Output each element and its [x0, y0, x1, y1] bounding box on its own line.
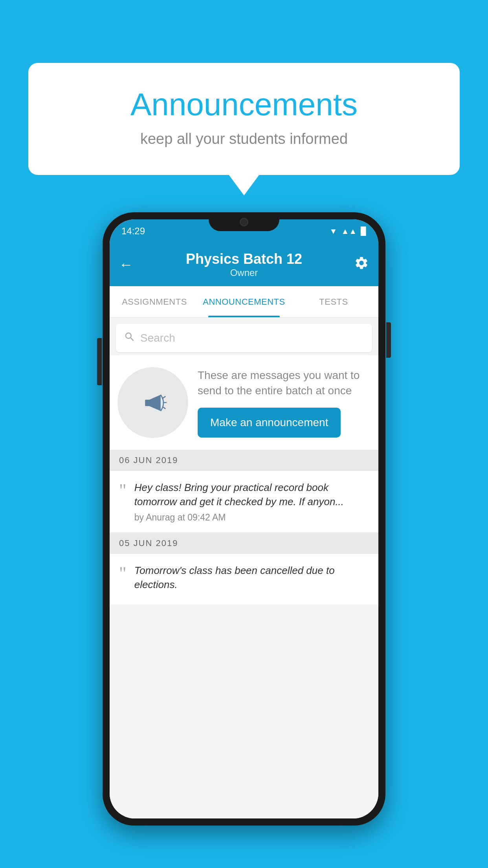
phone-mockup: 14:29 ▼ ▲▲ ▉ ← Physics Batch 12 Owner — [103, 212, 385, 826]
svg-rect-0 — [145, 400, 150, 406]
tab-assignments[interactable]: ASSIGNMENTS — [110, 286, 199, 317]
speech-bubble: Announcements keep all your students inf… — [28, 63, 460, 175]
date-separator-1: 06 JUN 2019 — [110, 450, 378, 471]
search-bar[interactable]: Search — [116, 324, 372, 352]
make-announcement-button[interactable]: Make an announcement — [198, 408, 341, 438]
speech-bubble-container: Announcements keep all your students inf… — [28, 63, 460, 175]
phone-camera — [240, 218, 248, 226]
user-role: Owner — [186, 267, 302, 278]
search-icon — [124, 331, 136, 346]
speech-bubble-subtitle: keep all your students informed — [60, 131, 428, 147]
announcement-text-2: Tomorrow's class has been cancelled due … — [134, 563, 369, 592]
content-area: Search — [110, 318, 378, 818]
megaphone-circle — [117, 367, 188, 438]
announcement-item-2[interactable]: " Tomorrow's class has been cancelled du… — [110, 554, 378, 605]
search-placeholder: Search — [140, 332, 175, 344]
tab-tests[interactable]: TESTS — [289, 286, 378, 317]
battery-icon: ▉ — [361, 226, 367, 236]
quote-icon-1: " — [119, 484, 127, 498]
phone-notch — [209, 212, 279, 231]
empty-state: These are messages you want to send to t… — [110, 355, 378, 450]
app-header: ← Physics Batch 12 Owner — [110, 243, 378, 286]
back-button[interactable]: ← — [119, 256, 133, 273]
status-icons: ▼ ▲▲ ▉ — [330, 226, 367, 236]
announcement-content-2: Tomorrow's class has been cancelled due … — [134, 563, 369, 595]
tabs-bar: ASSIGNMENTS ANNOUNCEMENTS TESTS — [110, 286, 378, 318]
svg-line-3 — [163, 407, 165, 409]
speech-bubble-title: Announcements — [60, 86, 428, 123]
svg-line-1 — [163, 397, 165, 399]
batch-name: Physics Batch 12 — [186, 251, 302, 267]
settings-button[interactable] — [354, 256, 369, 274]
megaphone-icon — [135, 385, 171, 420]
gear-icon — [354, 256, 369, 270]
empty-state-content: These are messages you want to send to t… — [198, 368, 371, 438]
status-time: 14:29 — [121, 226, 145, 237]
signal-icon: ▲▲ — [341, 227, 357, 236]
announcement-text-1: Hey class! Bring your practical record b… — [134, 480, 369, 509]
phone-screen: 14:29 ▼ ▲▲ ▉ ← Physics Batch 12 Owner — [110, 219, 378, 818]
tab-announcements[interactable]: ANNOUNCEMENTS — [199, 286, 289, 317]
wifi-icon: ▼ — [330, 227, 338, 236]
announcement-meta-1: by Anurag at 09:42 AM — [134, 512, 369, 523]
empty-state-description: These are messages you want to send to t… — [198, 368, 371, 398]
header-center: Physics Batch 12 Owner — [186, 251, 302, 278]
announcement-content-1: Hey class! Bring your practical record b… — [134, 480, 369, 523]
quote-icon-2: " — [119, 566, 127, 581]
date-separator-2: 05 JUN 2019 — [110, 533, 378, 554]
announcement-item-1[interactable]: " Hey class! Bring your practical record… — [110, 471, 378, 533]
phone-outer: 14:29 ▼ ▲▲ ▉ ← Physics Batch 12 Owner — [103, 212, 385, 826]
